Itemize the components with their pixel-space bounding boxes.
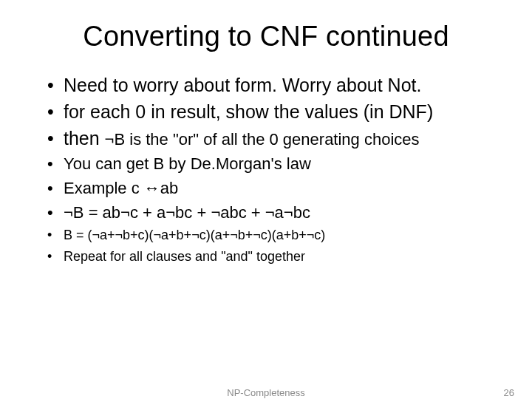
bullet-text: then xyxy=(64,128,105,149)
bullet-item: for each 0 in result, show the values (i… xyxy=(47,100,504,123)
bullet-list: Need to worry about form. Worry about No… xyxy=(28,73,504,267)
bullet-item: ¬B = ab¬c + a¬bc + ¬abc + ¬a¬bc xyxy=(47,202,504,223)
slide-title: Converting to CNF continued xyxy=(28,21,504,52)
bullet-item: Example c ↔ab xyxy=(47,177,504,199)
bullet-item: then ¬B is the "or" of all the 0 generat… xyxy=(47,126,504,150)
slide: Converting to CNF continued Need to worr… xyxy=(0,0,532,399)
page-number: 26 xyxy=(504,387,514,398)
footer-label: NP-Completeness xyxy=(0,387,532,398)
bullet-item: B = (¬a+¬b+c)(¬a+b+¬c)(a+¬b+¬c)(a+b+¬c) xyxy=(47,226,504,245)
bullet-item: Repeat for all clauses and "and" togethe… xyxy=(47,248,504,266)
bullet-item: Need to worry about form. Worry about No… xyxy=(47,73,504,97)
bullet-text: ¬B is the "or" of all the 0 generating c… xyxy=(105,130,420,149)
bullet-item: You can get B by De.Morgan's law xyxy=(47,153,504,174)
